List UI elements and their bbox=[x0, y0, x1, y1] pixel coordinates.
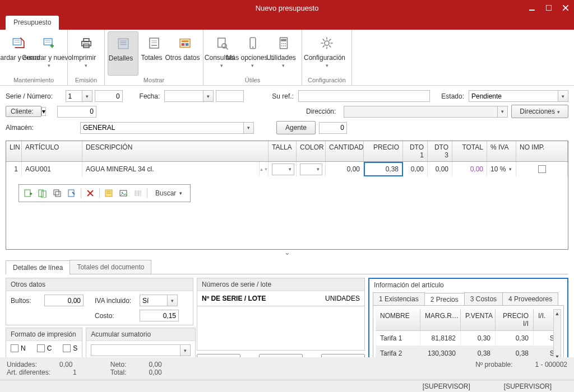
save-new-button[interactable]: Guardar y nuevo ▾ bbox=[34, 31, 64, 76]
grid-header-dto1[interactable]: DTO 1 bbox=[403, 141, 428, 161]
chevron-down-icon[interactable]: ▾ bbox=[82, 90, 92, 102]
serie-input[interactable] bbox=[66, 90, 82, 102]
cell-talla[interactable]: ▾ bbox=[269, 162, 297, 176]
cell-dto3[interactable]: 0,00 bbox=[428, 162, 452, 176]
check-s[interactable]: S bbox=[63, 344, 77, 352]
totals-icon bbox=[144, 33, 164, 53]
almacen-input[interactable] bbox=[80, 122, 244, 134]
chevron-down-icon[interactable]: ▾ bbox=[558, 90, 568, 102]
estado-input[interactable] bbox=[469, 90, 558, 102]
grid-header-total[interactable]: TOTAL bbox=[452, 141, 487, 161]
cell-iva[interactable]: 10 %▾ bbox=[487, 162, 516, 176]
svg-point-36 bbox=[283, 45, 284, 46]
grid-header-precio[interactable]: PRECIO bbox=[364, 141, 403, 161]
tab-costos[interactable]: 3 Costos bbox=[464, 292, 503, 305]
desc-spinner[interactable]: ▲▼ bbox=[260, 162, 269, 176]
cell-cantidad[interactable]: 0,00 bbox=[326, 162, 364, 176]
expander-toggle[interactable]: ⌄ bbox=[0, 250, 574, 258]
iva-incl-combo[interactable]: ▾ bbox=[140, 295, 184, 306]
cliente-button[interactable]: Cliente: bbox=[6, 106, 41, 117]
chevron-down-icon[interactable]: ▾ bbox=[180, 344, 191, 356]
direccion-label: Dirección: bbox=[306, 108, 336, 115]
tab-precios[interactable]: 2 Precios bbox=[424, 293, 465, 306]
grid-toolbar: Buscar▾ bbox=[14, 180, 560, 207]
fecha-input[interactable] bbox=[164, 90, 203, 102]
chevron-down-icon[interactable]: ▾ bbox=[244, 122, 254, 134]
cliente-name-input[interactable] bbox=[99, 106, 306, 118]
cell-lin[interactable]: 1 bbox=[6, 162, 22, 176]
estado-combo[interactable]: ▾ bbox=[469, 90, 568, 102]
info-col-precioii[interactable]: PRECIO I/I bbox=[496, 309, 534, 330]
tab-existencias[interactable]: 1 Existencias bbox=[373, 292, 425, 305]
maximize-button[interactable] bbox=[540, 0, 557, 16]
other-data-button[interactable]: Otros datos bbox=[169, 31, 200, 76]
close-button[interactable] bbox=[557, 0, 574, 16]
print-button[interactable]: Imprimir ▾ bbox=[71, 31, 101, 76]
config-button[interactable]: Configuración ▾ bbox=[305, 31, 349, 76]
minimize-button[interactable] bbox=[524, 0, 540, 16]
fecha2-input[interactable] bbox=[216, 90, 244, 102]
check-n[interactable]: N bbox=[11, 344, 26, 352]
total-label: Total: bbox=[110, 368, 127, 376]
grid-row[interactable]: 1 AGU001 AGUA MINERAL 34 cl. ▲▼ ▾ ▾ 0,00… bbox=[6, 162, 568, 176]
tab-presupuesto[interactable]: Presupuesto bbox=[6, 16, 59, 30]
direccion-combo[interactable]: ▾ bbox=[344, 106, 508, 118]
agente-code-input[interactable] bbox=[319, 122, 347, 134]
cliente-dropdown[interactable]: ▾ bbox=[41, 107, 46, 116]
info-col-marg[interactable]: MARG.R… bbox=[420, 309, 461, 330]
cell-articulo[interactable]: AGU001 bbox=[22, 162, 82, 176]
image-icon[interactable] bbox=[118, 188, 129, 199]
utilities-button[interactable]: Utilidades ▾ bbox=[268, 31, 299, 76]
info-col-pventa[interactable]: P.VENTA bbox=[461, 309, 496, 330]
insert-row-icon[interactable] bbox=[37, 188, 48, 199]
tab-proveedores[interactable]: 4 Proveedores bbox=[502, 292, 558, 305]
grid-header-color[interactable]: COLOR bbox=[297, 141, 326, 161]
chevron-down-icon[interactable]: ▾ bbox=[168, 295, 178, 306]
acumular-combo[interactable]: ▾ bbox=[91, 344, 191, 356]
edit-row-icon[interactable] bbox=[66, 188, 77, 199]
menu-tabs: Presupuesto bbox=[0, 16, 574, 30]
cell-descripcion[interactable]: AGUA MINERAL 34 cl. bbox=[82, 162, 260, 176]
grid-header-lin[interactable]: LIN bbox=[6, 141, 22, 161]
agente-button[interactable]: Agente bbox=[276, 121, 316, 134]
number-input[interactable] bbox=[95, 90, 123, 102]
cell-total[interactable]: 0,00 bbox=[452, 162, 487, 176]
details-button[interactable]: Detalles bbox=[108, 31, 138, 76]
grid-header-articulo[interactable]: ARTÍCULO bbox=[22, 141, 82, 161]
svg-point-32 bbox=[281, 43, 282, 44]
scroll-up-icon[interactable]: ▲ bbox=[554, 310, 561, 318]
details-icon bbox=[113, 34, 133, 54]
info-col-nombre[interactable]: NOMBRE bbox=[376, 309, 420, 330]
direcciones-button[interactable]: Direcciones bbox=[511, 105, 568, 118]
cell-precio[interactable]: 0,38 bbox=[364, 162, 403, 176]
almacen-combo[interactable]: ▾ bbox=[80, 122, 254, 134]
info-row[interactable]: Tarifa 1 81,8182 0,30 0,30 Sí bbox=[376, 331, 561, 346]
grid-header-descripcion[interactable]: DESCRIPCIÓN bbox=[82, 141, 269, 161]
grid-search-button[interactable]: Buscar▾ bbox=[151, 189, 187, 197]
cliente-code-input[interactable] bbox=[57, 106, 96, 118]
cell-dto1[interactable]: 0,00 bbox=[403, 162, 428, 176]
grid-header-dto3[interactable]: DTO 3 bbox=[428, 141, 452, 161]
tab-detalles-linea[interactable]: Detalles de línea bbox=[6, 260, 70, 274]
chevron-down-icon[interactable]: ▾ bbox=[203, 90, 214, 102]
bultos-input[interactable] bbox=[44, 295, 84, 306]
costo-input[interactable] bbox=[140, 310, 179, 321]
more-options-button[interactable]: Más opciones… ▾ bbox=[237, 31, 268, 76]
tab-totales-documento[interactable]: Totales del documento bbox=[70, 260, 151, 274]
scrollbar[interactable]: ▲ ▼ bbox=[553, 309, 561, 361]
check-c[interactable]: C bbox=[37, 344, 52, 352]
fecha-combo[interactable]: ▾ bbox=[164, 90, 214, 102]
serie-serie-combo[interactable]: ▾ bbox=[66, 90, 92, 102]
grid-header-noimp[interactable]: NO IMP. bbox=[516, 141, 568, 161]
add-row-icon[interactable] bbox=[22, 188, 34, 199]
cell-noimp[interactable] bbox=[516, 162, 568, 176]
copy-row-icon[interactable] bbox=[52, 188, 63, 199]
cell-color[interactable]: ▾ bbox=[297, 162, 326, 176]
grid-header-talla[interactable]: TALLA bbox=[269, 141, 297, 161]
suref-input[interactable] bbox=[298, 90, 430, 102]
grid-header-cantidad[interactable]: CANTIDAD bbox=[326, 141, 364, 161]
grid-header-iva[interactable]: % IVA bbox=[487, 141, 516, 161]
delete-row-icon[interactable] bbox=[85, 188, 96, 199]
title-bar: Nuevo presupuesto bbox=[0, 0, 574, 16]
note-icon[interactable] bbox=[103, 188, 114, 199]
